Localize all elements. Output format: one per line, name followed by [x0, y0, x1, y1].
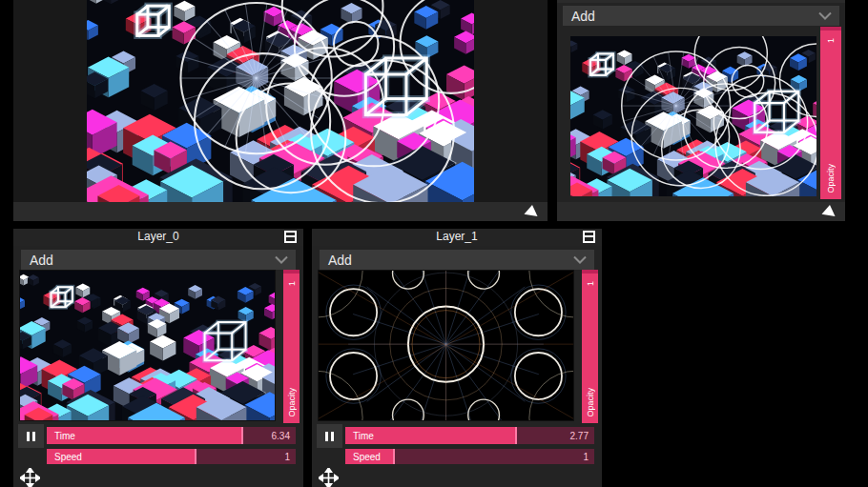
- layer1-pause-button[interactable]: [317, 424, 342, 448]
- layer1-time-slider[interactable]: Time 2.77: [345, 427, 594, 444]
- time-value: 2.77: [570, 431, 589, 441]
- opacity-slider-cap: [582, 270, 598, 274]
- layer1-speed-slider[interactable]: Speed 1: [345, 449, 594, 464]
- pause-icon: [331, 432, 334, 441]
- opacity-label: Opacity: [586, 388, 595, 417]
- opacity-value: 1: [287, 281, 297, 286]
- layer0-time-slider[interactable]: Time 6.34: [47, 427, 296, 444]
- chevron-down-icon: [573, 255, 587, 264]
- opacity-label: Opacity: [826, 164, 836, 193]
- speed-label: Speed: [54, 452, 82, 462]
- mix-footer: [557, 202, 845, 221]
- chevron-down-icon: [275, 255, 288, 264]
- opacity-label: Opacity: [287, 388, 297, 417]
- layer1-title: Layer_1: [312, 229, 602, 245]
- output-footer: [13, 202, 548, 221]
- window-icon[interactable]: [284, 231, 297, 243]
- move-handle-icon[interactable]: [20, 468, 40, 487]
- pause-icon: [32, 432, 35, 441]
- window-icon[interactable]: [583, 231, 595, 243]
- layer1-preview-thumbnail: [318, 270, 574, 421]
- layer1-opacity-slider[interactable]: 1 Opacity: [582, 270, 598, 423]
- mix-panel: Add 1 Opacity: [557, 0, 845, 221]
- slider-fill: [47, 427, 243, 444]
- opacity-slider-cap: [820, 27, 841, 30]
- blend-mode-value: Add: [21, 253, 275, 268]
- layer1-preview-canvas: [319, 271, 573, 420]
- layer0-preview-canvas: [20, 271, 275, 420]
- resize-triangle-icon[interactable]: [821, 205, 837, 218]
- layer0-title: Layer_0: [13, 229, 303, 245]
- mix-preview-canvas: [570, 36, 816, 196]
- blend-mode-select[interactable]: Add: [563, 6, 839, 26]
- opacity-value: 1: [586, 281, 595, 286]
- layer0-opacity-slider[interactable]: 1 Opacity: [283, 270, 300, 423]
- time-value: 6.34: [272, 431, 290, 441]
- time-label: Time: [54, 431, 75, 441]
- layer0-preview-thumbnail: [19, 270, 276, 421]
- pause-icon: [325, 432, 328, 441]
- time-label: Time: [353, 431, 374, 441]
- layer1-panel: Layer_1 Add 1 Opacity Time 2.77 Speed 1: [312, 229, 602, 487]
- layer1-header: Layer_1: [312, 229, 602, 246]
- move-handle-icon[interactable]: [319, 468, 339, 487]
- mix-header-sliver: [557, 0, 845, 3]
- blend-mode-value: Add: [320, 253, 573, 268]
- layer0-header: Layer_0: [13, 229, 303, 246]
- mix-preview-thumbnail: [570, 36, 816, 196]
- pause-icon: [27, 432, 30, 441]
- opacity-value: 1: [826, 38, 836, 43]
- layer0-pause-button[interactable]: [18, 424, 44, 448]
- layer1-blend-mode-select[interactable]: Add: [320, 250, 594, 270]
- layer0-speed-slider[interactable]: Speed 1: [47, 449, 296, 464]
- output-stage: [13, 0, 548, 202]
- chevron-down-icon: [818, 11, 832, 20]
- output-preview-canvas: [87, 0, 474, 202]
- layer0-blend-mode-select[interactable]: Add: [21, 250, 296, 270]
- speed-value: 1: [284, 452, 290, 462]
- blend-mode-value: Add: [563, 9, 818, 24]
- resize-triangle-icon[interactable]: [524, 205, 539, 218]
- output-panel: [13, 0, 548, 221]
- layer0-panel: Layer_0 Add 1 Opacity Time 6.34 Speed 1: [13, 229, 303, 487]
- opacity-slider-cap: [283, 270, 300, 274]
- speed-label: Speed: [353, 452, 381, 462]
- mix-opacity-slider[interactable]: 1 Opacity: [820, 27, 841, 199]
- speed-value: 1: [583, 452, 589, 462]
